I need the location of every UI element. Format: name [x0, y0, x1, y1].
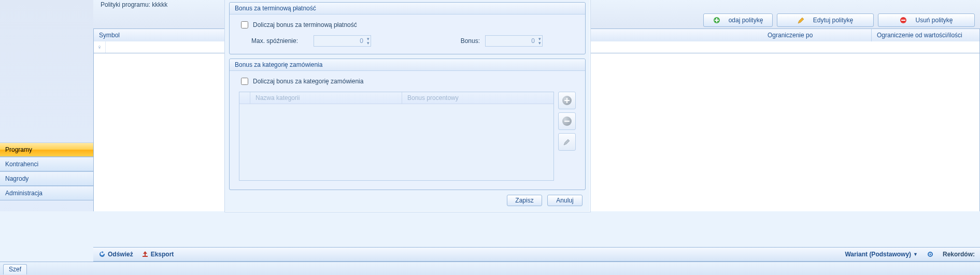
page-title: Polityki programu: kkkkk — [101, 1, 167, 8]
sidebar-item-kontrahenci[interactable]: Kontrahenci — [0, 157, 93, 171]
panel-terminowa-platnosc: Bonus za terminową płatność Doliczaj bon… — [229, 2, 586, 54]
filter-icon[interactable]: ♀ — [94, 41, 106, 53]
minus-icon — [562, 117, 572, 126]
add-category-button[interactable] — [558, 92, 576, 109]
status-bar: Szef — [0, 262, 980, 275]
edit-category-button[interactable] — [558, 133, 576, 151]
nav-sidebar: Programy Kontrahenci Nagrody Administrac… — [0, 0, 94, 211]
refresh-button[interactable]: Odśwież — [98, 251, 133, 258]
pencil-icon — [563, 138, 571, 146]
panel-title: Bonus za terminową płatność — [230, 3, 585, 15]
svg-rect-5 — [901, 20, 905, 21]
plus-green-icon — [713, 17, 721, 24]
col-nazwa-kategorii[interactable]: Nazwa kategorii — [250, 92, 402, 104]
col-limit-from[interactable]: Ograniczenie od wartości/ilości — [872, 29, 979, 41]
chevron-down-icon: ▼ — [913, 252, 918, 257]
save-button[interactable]: Zapisz — [507, 195, 542, 206]
remove-category-button[interactable] — [558, 112, 576, 130]
gear-icon[interactable] — [926, 250, 934, 258]
checkbox-bonus-kategoria[interactable]: Doliczaj bonus za kategorię zamówienia — [239, 76, 576, 86]
checkbox-bonus-terminowa[interactable]: Doliczaj bonus za terminową płatność — [239, 20, 576, 30]
svg-marker-3 — [798, 18, 804, 23]
checkbox-input[interactable] — [241, 78, 248, 85]
sidebar-item-programy[interactable]: Programy — [0, 142, 93, 157]
label-max-spoznienie: Max. spóźnienie: — [251, 37, 308, 45]
status-tab-szef[interactable]: Szef — [3, 264, 27, 274]
variant-dropdown[interactable]: Wariant (Podstawowy) ▼ — [845, 251, 918, 258]
cancel-button[interactable]: Anuluj — [547, 195, 583, 206]
export-icon — [141, 251, 149, 258]
label-bonus: Bonus: — [444, 37, 480, 45]
pencil-icon — [798, 17, 806, 24]
filter-symbol-input[interactable] — [106, 41, 237, 53]
panel-title: Bonus za kategorię zamówienia — [230, 59, 585, 71]
svg-rect-2 — [716, 18, 717, 22]
add-policy-button[interactable]: odaj politykę — [703, 13, 773, 27]
minus-red-icon — [900, 17, 908, 24]
delete-policy-button[interactable]: Usuń politykę — [878, 13, 975, 27]
sidebar-item-nagrody[interactable]: Nagrody — [0, 171, 93, 186]
spinner-max-spoznienie[interactable]: 0 ▾▾ — [314, 35, 371, 47]
svg-point-7 — [929, 254, 931, 255]
spinner-bonus[interactable]: 0 ▾▾ — [485, 35, 543, 47]
category-grid[interactable]: Nazwa kategorii Bonus procentowy — [239, 92, 554, 181]
col-bonus-procentowy[interactable]: Bonus procentowy — [402, 92, 553, 104]
sidebar-item-administracja[interactable]: Administracja — [0, 186, 93, 200]
edit-policy-button[interactable]: Edytuj politykę — [777, 13, 874, 27]
col-symbol[interactable]: Symbol — [94, 29, 235, 41]
grid-toolbar: Odśwież Eksport Wariant (Podstawowy) ▼ R… — [93, 247, 980, 262]
panel-kategoria-zamowienia: Bonus za kategorię zamówienia Doliczaj b… — [229, 59, 586, 190]
plus-icon — [562, 96, 572, 105]
col-row-selector — [239, 92, 250, 104]
export-button[interactable]: Eksport — [141, 251, 174, 258]
col-limit-by[interactable]: Ograniczenie po — [762, 29, 872, 41]
svg-marker-8 — [564, 139, 570, 145]
checkbox-input[interactable] — [241, 21, 248, 28]
chevron-down-icon: ▾▾ — [538, 37, 541, 45]
policy-dialog: Bonus za terminową płatność Doliczaj bon… — [225, 0, 590, 212]
records-label: Rekordów: — [943, 251, 975, 258]
chevron-down-icon: ▾▾ — [367, 37, 370, 45]
refresh-icon — [98, 251, 106, 258]
